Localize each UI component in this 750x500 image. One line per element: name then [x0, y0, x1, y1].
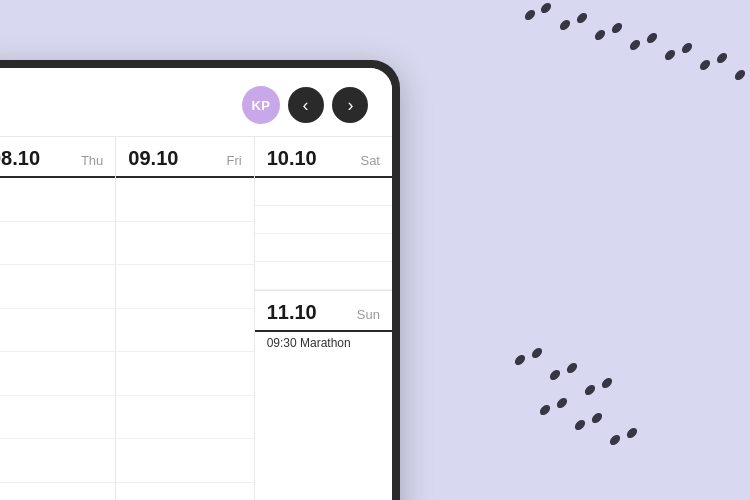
day-header-0: 08.10 Thu — [0, 137, 115, 178]
time-slot — [116, 309, 253, 353]
time-slot — [0, 309, 115, 353]
svg-point-11 — [715, 51, 729, 65]
day-date-3: 11.10 — [267, 301, 317, 324]
svg-point-7 — [645, 31, 659, 45]
svg-point-8 — [663, 48, 677, 62]
time-slot — [116, 439, 253, 483]
svg-point-5 — [610, 21, 624, 35]
svg-point-23 — [608, 433, 622, 447]
day-name-2: Sat — [360, 153, 380, 168]
svg-point-10 — [698, 58, 712, 72]
svg-point-12 — [733, 68, 747, 82]
day-column-2: 10.10 Sat 11.10 Sun — [255, 137, 392, 500]
svg-point-0 — [523, 8, 537, 22]
time-slot — [255, 206, 392, 234]
day-date-2: 10.10 — [267, 147, 317, 170]
time-slot — [0, 178, 115, 222]
time-slot — [116, 222, 253, 266]
svg-point-17 — [583, 383, 597, 397]
day-date-0: 08.10 — [0, 147, 40, 170]
device-frame: KP ‹ › 08.10 Thu — [0, 60, 400, 500]
time-slot — [116, 352, 253, 396]
day-date-1: 09.10 — [128, 147, 178, 170]
calendar-grid: 08.10 Thu 09.10 Fri — [0, 136, 392, 500]
time-slot — [0, 396, 115, 440]
prev-nav-button[interactable]: ‹ — [288, 87, 324, 123]
svg-point-18 — [600, 376, 614, 390]
marathon-event[interactable]: 09:30 Marathon — [255, 332, 392, 354]
svg-point-14 — [530, 346, 544, 360]
svg-point-13 — [513, 353, 527, 367]
day-name-1: Fri — [226, 153, 241, 168]
time-slot — [0, 265, 115, 309]
time-slot — [255, 178, 392, 206]
svg-point-3 — [575, 11, 589, 25]
svg-point-21 — [573, 418, 587, 432]
calendar-header: KP ‹ › — [0, 68, 392, 136]
time-slot — [0, 439, 115, 483]
day-name-0: Thu — [81, 153, 103, 168]
device-screen: KP ‹ › 08.10 Thu — [0, 68, 392, 500]
time-slot — [255, 262, 392, 290]
time-slots-1 — [116, 178, 253, 500]
svg-point-9 — [680, 41, 694, 55]
next-nav-button[interactable]: › — [332, 87, 368, 123]
time-slot — [255, 234, 392, 262]
svg-point-6 — [628, 38, 642, 52]
time-slot — [116, 396, 253, 440]
time-slot — [116, 265, 253, 309]
day-name-3: Sun — [357, 307, 380, 322]
day-header-1: 09.10 Fri — [116, 137, 253, 178]
time-slot — [116, 178, 253, 222]
day-column-0: 08.10 Thu — [0, 137, 116, 500]
chevron-right-icon: › — [348, 96, 354, 114]
time-slot — [0, 352, 115, 396]
time-slot — [116, 483, 253, 501]
svg-point-22 — [590, 411, 604, 425]
time-slot — [0, 483, 115, 501]
decoration-dots-bottom-right — [490, 300, 690, 500]
svg-point-4 — [593, 28, 607, 42]
user-avatar: KP — [242, 86, 280, 124]
svg-point-19 — [538, 403, 552, 417]
day-column-1: 09.10 Fri — [116, 137, 254, 500]
svg-point-16 — [565, 361, 579, 375]
svg-point-20 — [555, 396, 569, 410]
svg-point-1 — [539, 1, 553, 15]
decoration-dots-top-right — [430, 0, 750, 160]
time-slots-2-top — [255, 178, 392, 290]
chevron-left-icon: ‹ — [303, 96, 309, 114]
svg-point-2 — [558, 18, 572, 32]
time-slots-0 — [0, 178, 115, 500]
time-slot — [0, 222, 115, 266]
day-header-3: 11.10 Sun — [255, 291, 392, 332]
svg-point-15 — [548, 368, 562, 382]
day-header-2: 10.10 Sat — [255, 137, 392, 178]
svg-point-24 — [625, 426, 639, 440]
